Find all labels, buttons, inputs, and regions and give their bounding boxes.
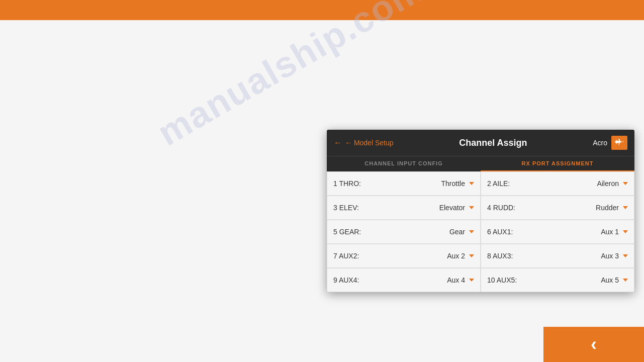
channel-row-left-4: 9 AUX4: Aux 4 bbox=[327, 268, 481, 292]
tab-channel-input[interactable]: CHANNEL INPUT CONFIG bbox=[327, 156, 481, 171]
channel-select-right-2[interactable]: Aux 1 bbox=[522, 228, 628, 236]
channel-value-left-1: Elevator bbox=[439, 204, 465, 212]
channel-label-right-2: 6 AUX1: bbox=[487, 228, 522, 236]
channel-label-left-1: 3 ELEV: bbox=[333, 204, 369, 212]
channel-value-right-4: Aux 5 bbox=[601, 276, 619, 284]
channel-select-left-0[interactable]: Throttle bbox=[369, 179, 474, 188]
channel-row-right-2: 6 AUX1: Aux 1 bbox=[481, 220, 634, 244]
back-button[interactable]: ← ← Model Setup bbox=[334, 138, 394, 147]
channel-row-right-4: 10 AUX5: Aux 5 bbox=[481, 268, 634, 292]
channel-select-left-3[interactable]: Aux 2 bbox=[369, 252, 474, 260]
channel-select-right-4[interactable]: Aux 5 bbox=[522, 276, 628, 284]
channel-label-left-3: 7 AUX2: bbox=[333, 252, 369, 260]
channel-assign-panel: ← ← Model Setup Channel Assign Acro CHAN… bbox=[327, 130, 634, 292]
channel-value-right-3: Aux 3 bbox=[601, 252, 619, 260]
panel-mode: Acro bbox=[593, 139, 607, 147]
dropdown-arrow-left-3 bbox=[469, 254, 474, 257]
channel-value-left-2: Gear bbox=[449, 228, 465, 236]
channel-value-right-1: Rudder bbox=[596, 204, 619, 212]
dropdown-arrow-left-1 bbox=[469, 206, 474, 209]
channel-row-left-2: 5 GEAR: Gear bbox=[327, 220, 481, 244]
channel-select-left-1[interactable]: Elevator bbox=[369, 204, 474, 212]
channel-label-left-0: 1 THRO: bbox=[333, 179, 369, 188]
top-bar bbox=[0, 0, 644, 20]
channel-select-left-2[interactable]: Gear bbox=[369, 228, 474, 236]
dropdown-arrow-left-2 bbox=[469, 230, 474, 233]
channel-select-left-4[interactable]: Aux 4 bbox=[369, 276, 474, 284]
channel-row-right-0: 2 AILE: Aileron bbox=[481, 171, 634, 196]
dropdown-arrow-right-2 bbox=[623, 230, 628, 233]
channel-row-left-1: 3 ELEV: Elevator bbox=[327, 196, 481, 220]
back-label: ← Model Setup bbox=[345, 139, 394, 147]
panel-title: Channel Assign bbox=[394, 138, 593, 148]
channel-row-right-1: 4 RUDD: Rudder bbox=[481, 196, 634, 220]
back-chevron-icon: ‹ bbox=[591, 334, 597, 355]
dropdown-arrow-right-4 bbox=[623, 279, 628, 282]
dropdown-arrow-right-0 bbox=[623, 182, 628, 185]
dropdown-arrow-left-0 bbox=[469, 182, 474, 185]
channel-grid: 1 THRO: Throttle 2 AILE: Aileron 3 ELEV:… bbox=[327, 171, 634, 292]
panel-header: ← ← Model Setup Channel Assign Acro bbox=[327, 130, 634, 156]
channel-label-left-4: 9 AUX4: bbox=[333, 276, 369, 284]
plane-icon bbox=[614, 138, 625, 147]
channel-row-right-3: 8 AUX3: Aux 3 bbox=[481, 244, 634, 268]
channel-select-right-1[interactable]: Rudder bbox=[522, 204, 628, 212]
channel-value-right-0: Aileron bbox=[597, 179, 619, 188]
channel-value-right-2: Aux 1 bbox=[601, 228, 619, 236]
tab-rx-port[interactable]: RX PORT ASSIGNMENT bbox=[481, 156, 634, 171]
channel-select-right-0[interactable]: Aileron bbox=[522, 179, 628, 188]
channel-label-right-0: 2 AILE: bbox=[487, 179, 522, 188]
channel-label-left-2: 5 GEAR: bbox=[333, 228, 369, 236]
channel-label-right-3: 8 AUX3: bbox=[487, 252, 522, 260]
dropdown-arrow-left-4 bbox=[469, 279, 474, 282]
channel-value-left-4: Aux 4 bbox=[447, 276, 465, 284]
channel-row-left-3: 7 AUX2: Aux 2 bbox=[327, 244, 481, 268]
dropdown-arrow-right-1 bbox=[623, 206, 628, 209]
channel-value-left-3: Aux 2 bbox=[447, 252, 465, 260]
back-arrow-icon: ← bbox=[334, 138, 342, 147]
panel-tabs: CHANNEL INPUT CONFIG RX PORT ASSIGNMENT bbox=[327, 156, 634, 171]
bottom-nav[interactable]: ‹ bbox=[543, 327, 644, 362]
channel-label-right-4: 10 AUX5: bbox=[487, 276, 522, 284]
model-icon[interactable] bbox=[611, 136, 627, 150]
panel-content: 1 THRO: Throttle 2 AILE: Aileron 3 ELEV:… bbox=[327, 171, 634, 292]
channel-value-left-0: Throttle bbox=[441, 179, 465, 188]
channel-row-left-0: 1 THRO: Throttle bbox=[327, 171, 481, 196]
dropdown-arrow-right-3 bbox=[623, 254, 628, 257]
channel-label-right-1: 4 RUDD: bbox=[487, 204, 522, 212]
channel-select-right-3[interactable]: Aux 3 bbox=[522, 252, 628, 260]
